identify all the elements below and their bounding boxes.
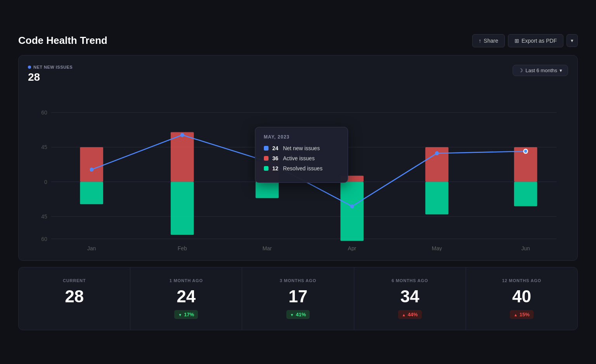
moon-icon: ☽ — [518, 68, 523, 73]
line-dot-jan — [90, 167, 94, 172]
chart-value: 28 — [28, 71, 73, 83]
page-wrapper: Code Health Trend ↑ Share ⊞ Export as PD… — [9, 25, 587, 340]
svg-text:45: 45 — [41, 213, 47, 219]
up-arrow-icon — [514, 312, 518, 317]
line-dot-may — [435, 151, 439, 155]
tooltip-dot-net — [264, 146, 269, 151]
export-button[interactable]: ⊞ Export as PDF — [508, 34, 563, 47]
tooltip-month: MAY, 2023 — [264, 134, 339, 140]
stat-current-label: CURRENT — [26, 278, 122, 283]
chevron-down-icon: ▾ — [571, 38, 573, 43]
down-arrow-icon — [178, 312, 182, 317]
stat-current: CURRENT 28 — [19, 267, 130, 330]
stat-3months-label: 3 MONTHS AGO — [250, 278, 346, 283]
stat-1month-value: 24 — [138, 287, 234, 306]
line-dot-jun — [524, 149, 528, 153]
tooltip-resolved: 12 Resolved issues — [264, 165, 339, 172]
page-title: Code Health Trend — [18, 35, 107, 47]
x-label-jun: Jun — [521, 245, 530, 251]
stat-6months: 6 MONTHS AGO 34 44% — [354, 267, 466, 330]
stat-12months-value: 40 — [474, 287, 570, 306]
svg-text:60: 60 — [41, 109, 47, 115]
chart-tooltip: MAY, 2023 24 Net new issues 36 Active is… — [255, 127, 348, 183]
chart-header: NET NEW ISSUES 28 ☽ Last 6 months ▾ — [28, 65, 568, 83]
tooltip-net-new: 24 Net new issues — [264, 145, 339, 151]
stat-3months-value: 17 — [250, 287, 346, 306]
tooltip-resolved-value: 12 — [272, 165, 279, 172]
bar-feb-resolved — [171, 182, 194, 235]
net-new-dot — [28, 66, 31, 69]
export-icon: ⊞ — [515, 38, 519, 44]
chart-area: 60 45 0 45 60 — [28, 88, 568, 251]
stat-1month-badge: 17% — [174, 310, 198, 319]
time-filter-button[interactable]: ☽ Last 6 months ▾ — [513, 65, 568, 76]
up-arrow-icon — [402, 312, 406, 317]
bar-feb-active — [171, 132, 194, 182]
stat-3months-pct: 41% — [296, 312, 306, 317]
x-label-jan: Jan — [87, 245, 96, 251]
x-label-feb: Feb — [178, 245, 187, 251]
stat-1month-label: 1 MONTH AGO — [138, 278, 234, 283]
bar-mar-resolved — [256, 182, 279, 198]
svg-text:45: 45 — [41, 144, 47, 150]
stat-12months-label: 12 MONTHS AGO — [474, 278, 570, 283]
bar-apr-resolved — [340, 182, 364, 241]
stat-6months-label: 6 MONTHS AGO — [362, 278, 458, 283]
tooltip-active-value: 36 — [272, 155, 279, 161]
chart-card: NET NEW ISSUES 28 ☽ Last 6 months ▾ — [18, 55, 578, 261]
tooltip-resolved-label: Resolved issues — [283, 165, 322, 172]
chart-meta: NET NEW ISSUES 28 — [28, 65, 73, 83]
x-label-apr: Apr — [348, 245, 356, 251]
svg-text:0: 0 — [44, 179, 47, 185]
tooltip-active-label: Active issues — [283, 155, 315, 161]
down-arrow-icon — [290, 312, 294, 317]
stat-3months: 3 MONTHS AGO 17 41% — [242, 267, 354, 330]
x-label-mar: Mar — [262, 245, 272, 251]
svg-text:60: 60 — [41, 236, 47, 242]
line-dot-apr — [350, 204, 354, 208]
header-actions: ↑ Share ⊞ Export as PDF ▾ — [472, 34, 578, 47]
bar-jan-resolved — [80, 182, 103, 204]
stat-6months-pct: 44% — [408, 312, 418, 317]
stat-3months-badge: 41% — [286, 310, 310, 319]
tooltip-net-label: Net new issues — [283, 145, 320, 151]
export-label: Export as PDF — [522, 38, 557, 44]
more-dropdown-button[interactable]: ▾ — [567, 34, 578, 47]
tooltip-active: 36 Active issues — [264, 155, 339, 161]
bar-jun-resolved — [514, 182, 537, 206]
page-header: Code Health Trend ↑ Share ⊞ Export as PD… — [18, 34, 578, 47]
stat-1month: 1 MONTH AGO 24 17% — [130, 267, 242, 330]
stat-1month-pct: 17% — [184, 312, 194, 317]
x-label-may: May — [432, 245, 442, 251]
share-button[interactable]: ↑ Share — [472, 34, 505, 47]
stats-row: CURRENT 28 1 MONTH AGO 24 17% 3 MONTHS A… — [18, 267, 578, 330]
stat-12months-pct: 15% — [520, 312, 530, 317]
share-icon: ↑ — [479, 38, 482, 44]
line-dot-feb — [180, 133, 184, 137]
stat-12months: 12 MONTHS AGO 40 15% — [466, 267, 577, 330]
chart-label: NET NEW ISSUES — [28, 65, 73, 69]
share-label: Share — [484, 38, 498, 44]
time-filter-label: Last 6 months — [525, 68, 557, 73]
stat-current-value: 28 — [26, 287, 122, 306]
stat-12months-badge: 15% — [510, 310, 534, 319]
tooltip-dot-active — [264, 156, 269, 161]
stat-6months-value: 34 — [362, 287, 458, 306]
bar-may-resolved — [425, 182, 449, 214]
tooltip-net-value: 24 — [272, 145, 279, 151]
bar-jan-active — [80, 147, 103, 182]
stat-6months-badge: 44% — [398, 310, 422, 319]
tooltip-dot-resolved — [264, 166, 269, 171]
chevron-down-icon: ▾ — [560, 68, 562, 73]
